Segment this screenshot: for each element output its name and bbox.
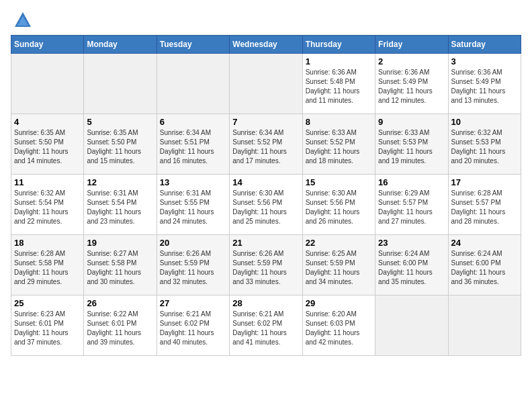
- day-info: Sunrise: 6:27 AMSunset: 5:58 PMDaylight:…: [87, 249, 153, 287]
- day-cell: 21Sunrise: 6:26 AMSunset: 5:59 PMDayligh…: [230, 235, 302, 295]
- day-info: Sunrise: 6:31 AMSunset: 5:55 PMDaylight:…: [160, 189, 226, 226]
- day-cell: 8Sunrise: 6:33 AMSunset: 5:52 PMDaylight…: [302, 114, 375, 175]
- day-info: Sunrise: 6:32 AMSunset: 5:53 PMDaylight:…: [451, 128, 518, 166]
- day-cell: 27Sunrise: 6:21 AMSunset: 6:02 PMDayligh…: [157, 295, 229, 356]
- day-cell: 22Sunrise: 6:25 AMSunset: 5:59 PMDayligh…: [302, 235, 375, 295]
- day-info: Sunrise: 6:20 AMSunset: 6:03 PMDaylight:…: [306, 310, 372, 347]
- day-cell: 11Sunrise: 6:32 AMSunset: 5:54 PMDayligh…: [11, 175, 84, 235]
- day-cell: 26Sunrise: 6:22 AMSunset: 6:01 PMDayligh…: [84, 295, 157, 356]
- day-info: Sunrise: 6:26 AMSunset: 5:59 PMDaylight:…: [160, 249, 226, 287]
- day-number: 2: [378, 56, 445, 66]
- day-number: 26: [87, 298, 153, 308]
- day-header-wednesday: Wednesday: [230, 36, 302, 54]
- day-cell: 29Sunrise: 6:20 AMSunset: 6:03 PMDayligh…: [302, 295, 375, 356]
- day-number: 17: [451, 177, 518, 187]
- day-cell: [11, 54, 84, 114]
- day-info: Sunrise: 6:34 AMSunset: 5:51 PMDaylight:…: [160, 128, 226, 166]
- day-cell: 19Sunrise: 6:27 AMSunset: 5:58 PMDayligh…: [84, 235, 157, 295]
- day-cell: 2Sunrise: 6:36 AMSunset: 5:49 PMDaylight…: [375, 54, 448, 114]
- day-header-sunday: Sunday: [11, 36, 84, 54]
- day-info: Sunrise: 6:23 AMSunset: 6:01 PMDaylight:…: [14, 310, 81, 347]
- day-info: Sunrise: 6:21 AMSunset: 6:02 PMDaylight:…: [160, 310, 226, 347]
- day-number: 8: [306, 117, 372, 127]
- page-header: [11, 11, 521, 30]
- day-cell: 13Sunrise: 6:31 AMSunset: 5:55 PMDayligh…: [157, 175, 229, 235]
- day-number: 3: [451, 56, 518, 66]
- day-info: Sunrise: 6:29 AMSunset: 5:57 PMDaylight:…: [378, 189, 445, 226]
- day-cell: [448, 295, 521, 356]
- day-info: Sunrise: 6:35 AMSunset: 5:50 PMDaylight:…: [87, 128, 153, 166]
- day-number: 20: [160, 238, 226, 248]
- week-row-4: 18Sunrise: 6:28 AMSunset: 5:58 PMDayligh…: [11, 235, 521, 295]
- day-number: 11: [14, 177, 81, 187]
- day-info: Sunrise: 6:31 AMSunset: 5:54 PMDaylight:…: [87, 189, 153, 226]
- day-number: 24: [451, 238, 518, 248]
- day-cell: 9Sunrise: 6:33 AMSunset: 5:53 PMDaylight…: [375, 114, 448, 175]
- day-number: 10: [451, 117, 518, 127]
- day-cell: 23Sunrise: 6:24 AMSunset: 6:00 PMDayligh…: [375, 235, 448, 295]
- week-row-3: 11Sunrise: 6:32 AMSunset: 5:54 PMDayligh…: [11, 175, 521, 235]
- week-row-2: 4Sunrise: 6:35 AMSunset: 5:50 PMDaylight…: [11, 114, 521, 175]
- day-cell: 17Sunrise: 6:28 AMSunset: 5:57 PMDayligh…: [448, 175, 521, 235]
- day-header-saturday: Saturday: [448, 36, 521, 54]
- day-cell: [157, 54, 229, 114]
- day-info: Sunrise: 6:33 AMSunset: 5:53 PMDaylight:…: [378, 128, 445, 166]
- day-info: Sunrise: 6:36 AMSunset: 5:48 PMDaylight:…: [306, 68, 372, 105]
- day-info: Sunrise: 6:28 AMSunset: 5:57 PMDaylight:…: [451, 189, 518, 226]
- day-number: 23: [378, 238, 445, 248]
- day-cell: 24Sunrise: 6:24 AMSunset: 6:00 PMDayligh…: [448, 235, 521, 295]
- day-number: 15: [306, 177, 372, 187]
- day-number: 22: [306, 238, 372, 248]
- week-row-1: 1Sunrise: 6:36 AMSunset: 5:48 PMDaylight…: [11, 54, 521, 114]
- day-cell: 16Sunrise: 6:29 AMSunset: 5:57 PMDayligh…: [375, 175, 448, 235]
- calendar-table: SundayMondayTuesdayWednesdayThursdayFrid…: [11, 35, 521, 356]
- day-header-tuesday: Tuesday: [157, 36, 229, 54]
- day-number: 4: [14, 117, 81, 127]
- day-number: 12: [87, 177, 153, 187]
- day-number: 16: [378, 177, 445, 187]
- header-row: SundayMondayTuesdayWednesdayThursdayFrid…: [11, 36, 521, 54]
- day-cell: 25Sunrise: 6:23 AMSunset: 6:01 PMDayligh…: [11, 295, 84, 356]
- day-number: 18: [14, 238, 81, 248]
- day-info: Sunrise: 6:24 AMSunset: 6:00 PMDaylight:…: [378, 249, 445, 287]
- day-number: 27: [160, 298, 226, 308]
- day-cell: 10Sunrise: 6:32 AMSunset: 5:53 PMDayligh…: [448, 114, 521, 175]
- day-info: Sunrise: 6:22 AMSunset: 6:01 PMDaylight:…: [87, 310, 153, 347]
- day-info: Sunrise: 6:36 AMSunset: 5:49 PMDaylight:…: [378, 68, 445, 105]
- day-info: Sunrise: 6:24 AMSunset: 6:00 PMDaylight:…: [451, 249, 518, 287]
- logo: [11, 11, 32, 30]
- day-info: Sunrise: 6:35 AMSunset: 5:50 PMDaylight:…: [14, 128, 81, 166]
- day-number: 19: [87, 238, 153, 248]
- day-cell: [375, 295, 448, 356]
- day-number: 21: [232, 238, 299, 248]
- day-info: Sunrise: 6:25 AMSunset: 5:59 PMDaylight:…: [306, 249, 372, 287]
- day-cell: 5Sunrise: 6:35 AMSunset: 5:50 PMDaylight…: [84, 114, 157, 175]
- day-info: Sunrise: 6:28 AMSunset: 5:58 PMDaylight:…: [14, 249, 81, 287]
- day-cell: 28Sunrise: 6:21 AMSunset: 6:02 PMDayligh…: [230, 295, 302, 356]
- day-number: 25: [14, 298, 81, 308]
- day-cell: 1Sunrise: 6:36 AMSunset: 5:48 PMDaylight…: [302, 54, 375, 114]
- day-info: Sunrise: 6:21 AMSunset: 6:02 PMDaylight:…: [232, 310, 299, 347]
- day-info: Sunrise: 6:26 AMSunset: 5:59 PMDaylight:…: [232, 249, 299, 287]
- day-info: Sunrise: 6:32 AMSunset: 5:54 PMDaylight:…: [14, 189, 81, 226]
- day-header-thursday: Thursday: [302, 36, 375, 54]
- day-cell: [230, 54, 302, 114]
- day-number: 13: [160, 177, 226, 187]
- logo-icon: [13, 11, 32, 30]
- day-cell: 6Sunrise: 6:34 AMSunset: 5:51 PMDaylight…: [157, 114, 229, 175]
- day-info: Sunrise: 6:33 AMSunset: 5:52 PMDaylight:…: [306, 128, 372, 166]
- day-number: 14: [232, 177, 299, 187]
- day-number: 6: [160, 117, 226, 127]
- day-info: Sunrise: 6:34 AMSunset: 5:52 PMDaylight:…: [232, 128, 299, 166]
- day-cell: 4Sunrise: 6:35 AMSunset: 5:50 PMDaylight…: [11, 114, 84, 175]
- day-info: Sunrise: 6:30 AMSunset: 5:56 PMDaylight:…: [306, 189, 372, 226]
- day-number: 29: [306, 298, 372, 308]
- day-number: 1: [306, 56, 372, 66]
- day-cell: 3Sunrise: 6:36 AMSunset: 5:49 PMDaylight…: [448, 54, 521, 114]
- day-info: Sunrise: 6:36 AMSunset: 5:49 PMDaylight:…: [451, 68, 518, 105]
- day-cell: [84, 54, 157, 114]
- week-row-5: 25Sunrise: 6:23 AMSunset: 6:01 PMDayligh…: [11, 295, 521, 356]
- day-info: Sunrise: 6:30 AMSunset: 5:56 PMDaylight:…: [232, 189, 299, 226]
- day-header-friday: Friday: [375, 36, 448, 54]
- day-cell: 12Sunrise: 6:31 AMSunset: 5:54 PMDayligh…: [84, 175, 157, 235]
